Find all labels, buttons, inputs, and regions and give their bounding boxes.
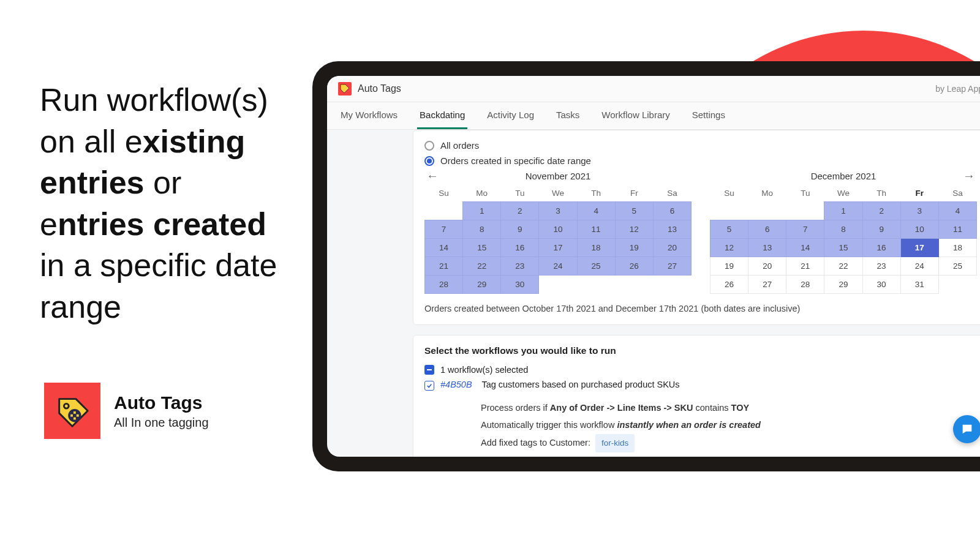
calendar-day[interactable]: 19 [615,239,653,257]
calendar-day[interactable]: 20 [748,257,786,276]
tab-tasks[interactable]: Tasks [554,102,582,129]
calendar-day[interactable]: 21 [425,257,463,276]
calendar-right: December 2021 → SuMoTuWeThFrSa1234567891… [710,171,977,294]
svg-rect-6 [77,414,79,417]
calendar-left-grid[interactable]: SuMoTuWeThFrSa12345678910111213141516171… [424,185,692,294]
workflow-details: Process orders if Any of Order -> Line I… [481,399,977,452]
calendar-day[interactable]: 3 [539,202,577,220]
svg-marker-7 [341,84,349,93]
workflow-select-card: Select the workflows you would like to r… [413,335,980,457]
calendar-day[interactable]: 4 [938,202,976,220]
tab-bar: My Workflows Backdating Activity Log Tas… [327,102,980,130]
svg-rect-3 [74,411,76,414]
calendar-day[interactable]: 3 [900,202,938,220]
calendar-day[interactable]: 21 [786,257,824,276]
calendar-day[interactable]: 8 [824,220,862,239]
tab-backdating[interactable]: Backdating [417,102,467,129]
calendar-day[interactable]: 1 [463,202,501,220]
app-header: Auto Tags by Leap Apps [327,76,980,102]
calendar-day[interactable]: 30 [862,276,900,294]
calendar-day[interactable]: 29 [824,276,862,294]
calendar-day[interactable]: 1 [824,202,862,220]
calendar-day[interactable]: 20 [653,239,691,257]
calendar-day[interactable]: 11 [577,220,615,239]
calendar-day[interactable]: 26 [710,276,748,294]
calendar-day[interactable]: 4 [577,202,615,220]
calendar-day[interactable]: 7 [786,220,824,239]
calendar-day[interactable]: 31 [900,276,938,294]
calendar-day[interactable]: 2 [862,202,900,220]
app-badge: Auto Tags All In one tagging [44,383,209,439]
calendar-day[interactable]: 19 [710,257,748,276]
tab-settings[interactable]: Settings [690,102,728,129]
calendar-day[interactable]: 15 [463,239,501,257]
workflow-title: Tag customers based on purchased product… [481,380,679,389]
tag-icon [53,392,91,430]
calendar-day[interactable]: 8 [463,220,501,239]
calendar-day[interactable]: 24 [900,257,938,276]
date-range-summary: Orders created between October 17th 2021… [424,304,977,313]
calendar-day[interactable]: 5 [710,220,748,239]
radio-icon [424,141,434,151]
radio-date-range[interactable]: Orders created in specific date range [424,156,977,166]
radio-all-orders[interactable]: All orders [424,140,977,151]
workflows-selected-count[interactable]: 1 workflow(s) selected [424,365,977,375]
calendar-day[interactable]: 23 [501,257,539,276]
calendar-day[interactable]: 18 [577,239,615,257]
calendar-day[interactable]: 17 [900,239,938,257]
calendar-day[interactable]: 28 [786,276,824,294]
app-screen: Auto Tags by Leap Apps My Workflows Back… [327,76,980,457]
calendar-day[interactable]: 12 [615,220,653,239]
calendar-day[interactable]: 10 [900,220,938,239]
calendar-day[interactable]: 16 [501,239,539,257]
calendar-right-title: December 2021 [811,171,876,181]
prev-month-icon[interactable]: ← [424,168,440,184]
calendar-day[interactable]: 6 [748,220,786,239]
calendar-day[interactable]: 28 [425,276,463,294]
app-logo-icon [338,82,352,96]
calendar-day[interactable]: 2 [501,202,539,220]
calendar-right-grid[interactable]: SuMoTuWeThFrSa12345678910111213141516171… [710,185,977,294]
calendar-day[interactable]: 10 [539,220,577,239]
workflow-select-heading: Select the workflows you would like to r… [424,345,977,356]
app-badge-icon [44,383,100,439]
calendar-day[interactable]: 15 [824,239,862,257]
calendar-day[interactable]: 22 [824,257,862,276]
calendar-day[interactable]: 25 [938,257,976,276]
app-byline: by Leap Apps [935,84,980,94]
calendar-day[interactable]: 11 [938,220,976,239]
calendar-day[interactable]: 18 [938,239,976,257]
app-badge-subtitle: All In one tagging [114,416,209,430]
calendar-day[interactable]: 14 [786,239,824,257]
checkbox-icon [424,381,434,391]
calendar-day[interactable]: 13 [748,239,786,257]
calendar-day[interactable]: 22 [463,257,501,276]
radio-label: Orders created in specific date range [440,156,591,166]
calendar-day[interactable]: 24 [539,257,577,276]
calendar-day[interactable]: 9 [501,220,539,239]
calendar-day[interactable]: 7 [425,220,463,239]
calendar-day[interactable]: 16 [862,239,900,257]
calendar-day[interactable]: 23 [862,257,900,276]
tab-workflow-library[interactable]: Workflow Library [599,102,672,129]
calendar-day[interactable]: 29 [463,276,501,294]
workflow-item[interactable]: #4B50B Tag customers based on purchased … [424,380,977,391]
calendar-day[interactable]: 13 [653,220,691,239]
radio-label: All orders [440,140,479,151]
help-fab[interactable] [953,415,980,443]
calendar-day[interactable]: 12 [710,239,748,257]
calendar-day[interactable]: 6 [653,202,691,220]
calendar-day[interactable]: 30 [501,276,539,294]
selected-count-label: 1 workflow(s) selected [440,365,528,375]
calendar-day[interactable]: 26 [615,257,653,276]
calendar-day[interactable]: 25 [577,257,615,276]
tab-activity-log[interactable]: Activity Log [484,102,537,129]
calendar-day[interactable]: 9 [862,220,900,239]
tab-my-workflows[interactable]: My Workflows [338,102,400,129]
calendar-day[interactable]: 14 [425,239,463,257]
next-month-icon[interactable]: → [961,168,977,184]
calendar-day[interactable]: 5 [615,202,653,220]
calendar-day[interactable]: 17 [539,239,577,257]
calendar-day[interactable]: 27 [653,257,691,276]
calendar-day[interactable]: 27 [748,276,786,294]
